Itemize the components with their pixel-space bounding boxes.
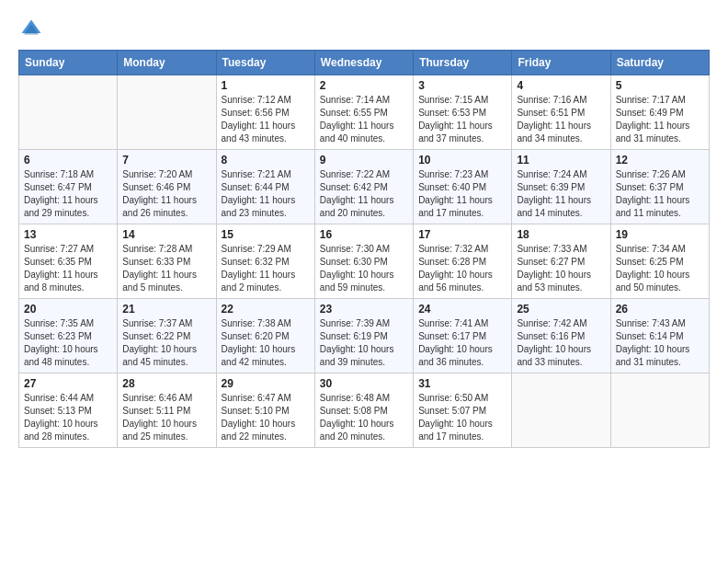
- calendar-cell: 8Sunrise: 7:21 AMSunset: 6:44 PMDaylight…: [216, 150, 314, 224]
- day-info: Sunrise: 6:44 AMSunset: 5:13 PMDaylight:…: [24, 392, 112, 443]
- calendar-cell: 18Sunrise: 7:33 AMSunset: 6:27 PMDayligh…: [512, 224, 610, 299]
- day-number: 4: [517, 79, 605, 92]
- day-number: 8: [222, 154, 310, 167]
- day-info: Sunrise: 7:21 AMSunset: 6:44 PMDaylight:…: [222, 168, 310, 220]
- calendar-week-2: 6Sunrise: 7:18 AMSunset: 6:47 PMDaylight…: [19, 150, 710, 224]
- day-number: 5: [616, 79, 704, 92]
- logo: [18, 18, 42, 40]
- calendar-cell: [19, 75, 118, 150]
- day-info: Sunrise: 7:30 AMSunset: 6:30 PMDaylight:…: [320, 243, 408, 294]
- day-number: 31: [418, 377, 506, 390]
- day-info: Sunrise: 6:48 AMSunset: 5:08 PMDaylight:…: [320, 392, 408, 443]
- day-number: 15: [222, 228, 310, 241]
- logo-icon: [20, 18, 42, 40]
- day-info: Sunrise: 7:23 AMSunset: 6:40 PMDaylight:…: [418, 168, 506, 220]
- calendar-cell: 16Sunrise: 7:30 AMSunset: 6:30 PMDayligh…: [314, 224, 413, 299]
- day-number: 9: [320, 154, 408, 167]
- day-info: Sunrise: 7:41 AMSunset: 6:17 PMDaylight:…: [418, 317, 506, 369]
- weekday-header-row: SundayMondayTuesdayWednesdayThursdayFrid…: [19, 51, 710, 75]
- calendar-cell: 26Sunrise: 7:43 AMSunset: 6:14 PMDayligh…: [610, 299, 709, 373]
- calendar-cell: 11Sunrise: 7:24 AMSunset: 6:39 PMDayligh…: [512, 150, 610, 224]
- calendar-cell: 30Sunrise: 6:48 AMSunset: 5:08 PMDayligh…: [314, 373, 413, 448]
- day-info: Sunrise: 7:43 AMSunset: 6:14 PMDaylight:…: [616, 317, 704, 369]
- calendar-cell: 2Sunrise: 7:14 AMSunset: 6:55 PMDaylight…: [314, 75, 413, 150]
- day-number: 6: [24, 154, 112, 167]
- day-number: 21: [122, 303, 210, 316]
- day-number: 14: [122, 228, 210, 241]
- day-info: Sunrise: 6:46 AMSunset: 5:11 PMDaylight:…: [122, 392, 210, 443]
- day-info: Sunrise: 7:39 AMSunset: 6:19 PMDaylight:…: [320, 317, 408, 369]
- day-info: Sunrise: 7:22 AMSunset: 6:42 PMDaylight:…: [320, 168, 408, 220]
- day-number: 29: [222, 377, 310, 390]
- calendar-cell: 23Sunrise: 7:39 AMSunset: 6:19 PMDayligh…: [314, 299, 413, 373]
- day-info: Sunrise: 7:15 AMSunset: 6:53 PMDaylight:…: [418, 94, 506, 145]
- day-number: 11: [517, 154, 605, 167]
- weekday-header-tuesday: Tuesday: [216, 51, 314, 75]
- calendar-table: SundayMondayTuesdayWednesdayThursdayFrid…: [18, 50, 710, 448]
- calendar-cell: 19Sunrise: 7:34 AMSunset: 6:25 PMDayligh…: [610, 224, 709, 299]
- calendar-cell: 6Sunrise: 7:18 AMSunset: 6:47 PMDaylight…: [19, 150, 118, 224]
- calendar-cell: 28Sunrise: 6:46 AMSunset: 5:11 PMDayligh…: [118, 373, 216, 448]
- calendar-cell: 17Sunrise: 7:32 AMSunset: 6:28 PMDayligh…: [414, 224, 512, 299]
- calendar-week-1: 1Sunrise: 7:12 AMSunset: 6:56 PMDaylight…: [19, 75, 710, 150]
- day-info: Sunrise: 7:20 AMSunset: 6:46 PMDaylight:…: [122, 168, 210, 220]
- day-number: 3: [418, 79, 506, 92]
- day-info: Sunrise: 7:29 AMSunset: 6:32 PMDaylight:…: [222, 243, 310, 294]
- calendar-week-4: 20Sunrise: 7:35 AMSunset: 6:23 PMDayligh…: [19, 299, 710, 373]
- calendar-cell: [512, 373, 610, 448]
- calendar-cell: 24Sunrise: 7:41 AMSunset: 6:17 PMDayligh…: [414, 299, 512, 373]
- calendar-cell: 15Sunrise: 7:29 AMSunset: 6:32 PMDayligh…: [216, 224, 314, 299]
- day-info: Sunrise: 7:17 AMSunset: 6:49 PMDaylight:…: [616, 94, 704, 145]
- day-number: 13: [24, 228, 112, 241]
- day-info: Sunrise: 7:27 AMSunset: 6:35 PMDaylight:…: [24, 243, 112, 294]
- day-info: Sunrise: 7:12 AMSunset: 6:56 PMDaylight:…: [222, 94, 310, 145]
- day-number: 17: [418, 228, 506, 241]
- day-info: Sunrise: 7:18 AMSunset: 6:47 PMDaylight:…: [24, 168, 112, 220]
- calendar-cell: 1Sunrise: 7:12 AMSunset: 6:56 PMDaylight…: [216, 75, 314, 150]
- calendar-cell: 10Sunrise: 7:23 AMSunset: 6:40 PMDayligh…: [414, 150, 512, 224]
- calendar-cell: 20Sunrise: 7:35 AMSunset: 6:23 PMDayligh…: [19, 299, 118, 373]
- calendar-cell: [118, 75, 216, 150]
- calendar-week-5: 27Sunrise: 6:44 AMSunset: 5:13 PMDayligh…: [19, 373, 710, 448]
- day-info: Sunrise: 6:50 AMSunset: 5:07 PMDaylight:…: [418, 392, 506, 443]
- weekday-header-thursday: Thursday: [414, 51, 512, 75]
- calendar-cell: 3Sunrise: 7:15 AMSunset: 6:53 PMDaylight…: [414, 75, 512, 150]
- day-info: Sunrise: 7:42 AMSunset: 6:16 PMDaylight:…: [517, 317, 605, 369]
- day-number: 25: [517, 303, 605, 316]
- day-number: 10: [418, 154, 506, 167]
- day-number: 19: [616, 228, 704, 241]
- day-info: Sunrise: 7:33 AMSunset: 6:27 PMDaylight:…: [517, 243, 605, 294]
- day-number: 18: [517, 228, 605, 241]
- weekday-header-sunday: Sunday: [19, 51, 118, 75]
- calendar-cell: 14Sunrise: 7:28 AMSunset: 6:33 PMDayligh…: [118, 224, 216, 299]
- calendar-cell: 29Sunrise: 6:47 AMSunset: 5:10 PMDayligh…: [216, 373, 314, 448]
- day-number: 30: [320, 377, 408, 390]
- calendar-cell: 9Sunrise: 7:22 AMSunset: 6:42 PMDaylight…: [314, 150, 413, 224]
- page-header: [18, 18, 710, 40]
- day-number: 1: [222, 79, 310, 92]
- day-number: 22: [222, 303, 310, 316]
- day-info: Sunrise: 6:47 AMSunset: 5:10 PMDaylight:…: [222, 392, 310, 443]
- calendar-cell: 21Sunrise: 7:37 AMSunset: 6:22 PMDayligh…: [118, 299, 216, 373]
- weekday-header-monday: Monday: [118, 51, 216, 75]
- calendar-cell: 13Sunrise: 7:27 AMSunset: 6:35 PMDayligh…: [19, 224, 118, 299]
- calendar-cell: 7Sunrise: 7:20 AMSunset: 6:46 PMDaylight…: [118, 150, 216, 224]
- calendar-cell: 27Sunrise: 6:44 AMSunset: 5:13 PMDayligh…: [19, 373, 118, 448]
- weekday-header-wednesday: Wednesday: [314, 51, 413, 75]
- calendar-cell: 31Sunrise: 6:50 AMSunset: 5:07 PMDayligh…: [414, 373, 512, 448]
- day-number: 27: [24, 377, 112, 390]
- day-number: 26: [616, 303, 704, 316]
- day-info: Sunrise: 7:26 AMSunset: 6:37 PMDaylight:…: [616, 168, 704, 220]
- day-number: 16: [320, 228, 408, 241]
- day-info: Sunrise: 7:28 AMSunset: 6:33 PMDaylight:…: [122, 243, 210, 294]
- calendar-cell: 25Sunrise: 7:42 AMSunset: 6:16 PMDayligh…: [512, 299, 610, 373]
- day-number: 12: [616, 154, 704, 167]
- day-info: Sunrise: 7:24 AMSunset: 6:39 PMDaylight:…: [517, 168, 605, 220]
- calendar-cell: 5Sunrise: 7:17 AMSunset: 6:49 PMDaylight…: [610, 75, 709, 150]
- calendar-cell: 12Sunrise: 7:26 AMSunset: 6:37 PMDayligh…: [610, 150, 709, 224]
- day-info: Sunrise: 7:34 AMSunset: 6:25 PMDaylight:…: [616, 243, 704, 294]
- calendar-cell: 4Sunrise: 7:16 AMSunset: 6:51 PMDaylight…: [512, 75, 610, 150]
- day-info: Sunrise: 7:16 AMSunset: 6:51 PMDaylight:…: [517, 94, 605, 145]
- day-info: Sunrise: 7:35 AMSunset: 6:23 PMDaylight:…: [24, 317, 112, 369]
- weekday-header-friday: Friday: [512, 51, 610, 75]
